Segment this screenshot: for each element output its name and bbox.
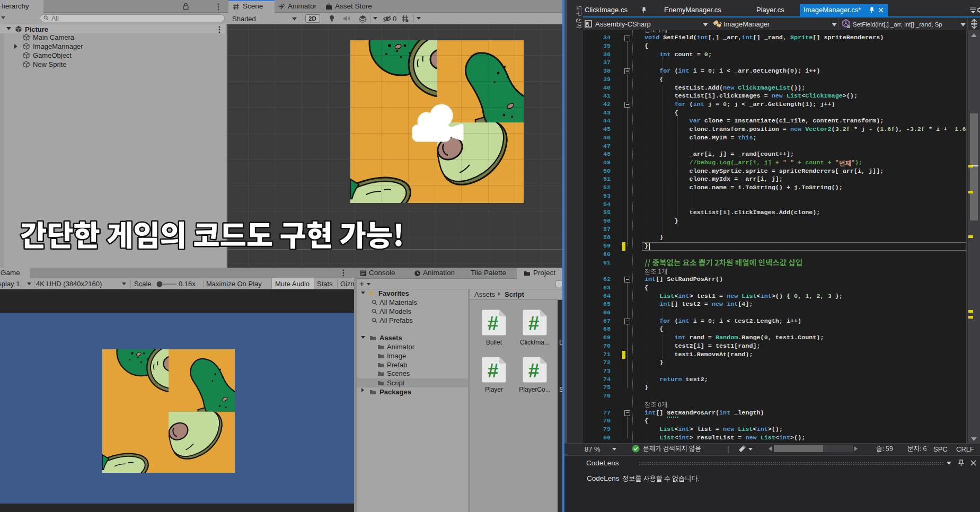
svg-text:#: # bbox=[528, 360, 540, 382]
svg-text:#: # bbox=[488, 313, 499, 334]
svg-text:#: # bbox=[528, 313, 540, 334]
svg-text:#: # bbox=[488, 360, 499, 382]
